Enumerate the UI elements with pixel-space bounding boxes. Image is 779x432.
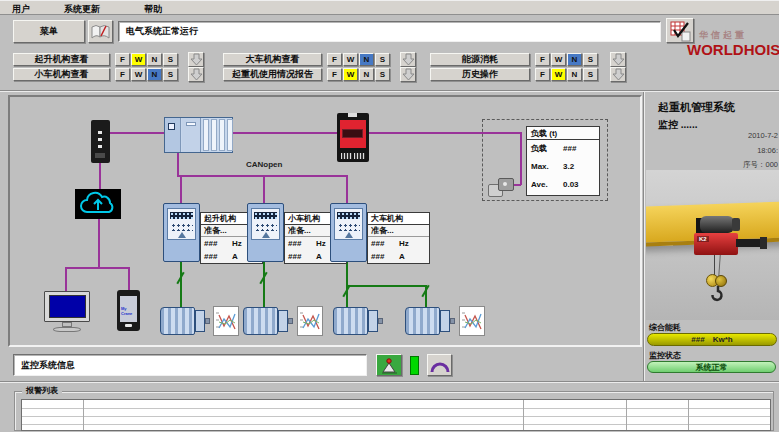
hoist-motor <box>700 216 734 233</box>
confirm-checklist-button[interactable] <box>666 18 694 43</box>
nav-view-button-0[interactable]: 起升机构查看 <box>13 53 110 66</box>
nav-scroll-down-button[interactable] <box>610 52 626 67</box>
alarm-beacon-button[interactable] <box>376 354 402 376</box>
mode-button-W[interactable]: W <box>551 68 566 81</box>
load-max-row: Max. 3.2 <box>527 158 599 176</box>
motor-icon <box>405 307 455 335</box>
monitor-info-field[interactable]: 监控系统信息 <box>13 354 367 376</box>
motor-trend-chart-icon <box>213 306 239 336</box>
nav-scroll-down-button[interactable] <box>400 67 416 82</box>
network-cable-line <box>233 132 522 134</box>
system-status-field[interactable]: 电气系统正常运行 <box>118 21 661 42</box>
menu-item-help[interactable]: 帮助 <box>144 3 162 16</box>
mode-button-S[interactable]: S <box>583 68 598 81</box>
network-cable-line <box>520 134 522 185</box>
network-cable-line <box>99 163 101 190</box>
protection-relay-icon <box>337 113 369 162</box>
mode-button-F[interactable]: F <box>535 53 550 66</box>
drive-info-box: 大车机构准备...###Hz###A <box>367 212 430 264</box>
meter-book-icon-button[interactable] <box>88 20 113 43</box>
menu-item-user[interactable]: 用户 <box>12 3 30 16</box>
load-panel: 负载 (t) 负载 ### Max. 3.2 Ave. 0.03 <box>526 126 600 196</box>
down-arrow-icon <box>402 68 415 81</box>
drive-frequency-row: ###Hz <box>368 237 429 250</box>
mode-button-N[interactable]: N <box>567 53 582 66</box>
network-cable-line <box>177 153 179 176</box>
nav-view-button-3[interactable]: 小车机构查看 <box>13 68 110 81</box>
mode-button-N[interactable]: N <box>359 68 374 81</box>
menu-bar: 用户 系统更新 帮助 <box>0 0 779 15</box>
right-panel-divider <box>643 92 645 382</box>
mode-button-F[interactable]: F <box>535 68 550 81</box>
crane-scada-window: 用户 系统更新 帮助 菜单 电气系统正常运行 华信起重 WORLDHOIST <box>0 0 779 432</box>
nav-view-button-4[interactable]: 起重机使用情况报告 <box>223 68 322 81</box>
beacon-mountain-icon <box>379 356 400 375</box>
desktop-computer-icon <box>44 291 90 334</box>
nav-scroll-down-button[interactable] <box>188 52 204 67</box>
mode-button-F[interactable]: F <box>327 68 342 81</box>
mode-button-F[interactable]: F <box>115 53 130 66</box>
nav-scroll-down-button[interactable] <box>400 52 416 67</box>
mode-button-N[interactable]: N <box>359 53 374 66</box>
ethernet-switch-icon <box>91 120 110 163</box>
down-arrow-icon <box>190 68 203 81</box>
mode-button-W[interactable]: W <box>551 53 566 66</box>
alarm-table[interactable] <box>21 399 771 431</box>
motor-icon <box>243 307 293 335</box>
meter-book-icon <box>90 23 111 41</box>
canopen-bus-label: CANopen <box>246 160 282 169</box>
mode-button-S[interactable]: S <box>375 53 390 66</box>
network-cable-line <box>263 177 265 204</box>
mode-button-S[interactable]: S <box>375 68 390 81</box>
alarm-separator-line <box>0 381 779 383</box>
system-subtitle: 监控 ...... <box>658 118 697 132</box>
serial-label: 序号：000 <box>650 160 778 170</box>
monitor-status-label: 监控状态 <box>649 350 681 361</box>
nav-scroll-down-button[interactable] <box>188 67 204 82</box>
mode-button-N[interactable]: N <box>567 68 582 81</box>
network-cable-line <box>98 219 100 268</box>
mode-button-F[interactable]: F <box>115 68 130 81</box>
mode-button-S[interactable]: S <box>163 68 178 81</box>
vfd-drive-icon <box>330 203 367 262</box>
system-title: 起重机管理系统 <box>658 100 735 115</box>
mode-button-W[interactable]: W <box>131 68 146 81</box>
down-arrow-icon <box>612 53 625 66</box>
mode-button-S[interactable]: S <box>583 53 598 66</box>
nav-view-button-1[interactable]: 大车机构查看 <box>223 53 322 66</box>
mode-button-N[interactable]: N <box>147 53 162 66</box>
network-cable-line <box>180 177 182 204</box>
mode-button-W[interactable]: W <box>131 53 146 66</box>
menu-button[interactable]: 菜单 <box>13 20 85 43</box>
mode-button-W[interactable]: W <box>343 68 358 81</box>
load-panel-title: 负载 (t) <box>527 127 599 140</box>
network-cable-line <box>346 177 348 204</box>
mode-button-F[interactable]: F <box>327 53 342 66</box>
time-label: 18:06: <box>650 146 778 155</box>
mode-button-S[interactable]: S <box>163 53 178 66</box>
arc-bridge-button[interactable] <box>427 354 452 376</box>
nav-view-button-2[interactable]: 能源消耗 <box>430 53 530 66</box>
drive-status: 准备... <box>368 225 429 237</box>
load-row: 负载 ### <box>527 140 599 158</box>
motor-icon <box>333 307 383 335</box>
nav-view-button-5[interactable]: 历史操作 <box>430 68 530 81</box>
network-cable-line <box>65 267 130 269</box>
network-cable-line <box>110 132 165 134</box>
network-cable-line <box>128 269 130 292</box>
load-ave-row: Ave. 0.03 <box>527 176 599 194</box>
alarm-list-title: 报警列表 <box>22 385 62 396</box>
motor-icon <box>160 307 210 335</box>
power-cable-line <box>263 262 265 307</box>
nav-scroll-down-button[interactable] <box>610 67 626 82</box>
down-arrow-icon <box>612 68 625 81</box>
motor-trend-chart-icon <box>459 306 485 336</box>
menu-item-system-update[interactable]: 系统更新 <box>64 3 100 16</box>
energy-label: 综合能耗 <box>649 322 681 333</box>
checklist-check-icon <box>668 20 692 42</box>
mode-button-N[interactable]: N <box>147 68 162 81</box>
mode-button-W[interactable]: W <box>343 53 358 66</box>
hoist-model-label: K2 <box>697 236 709 242</box>
smartphone-icon: My Crane <box>117 290 140 331</box>
arc-icon <box>429 356 451 374</box>
